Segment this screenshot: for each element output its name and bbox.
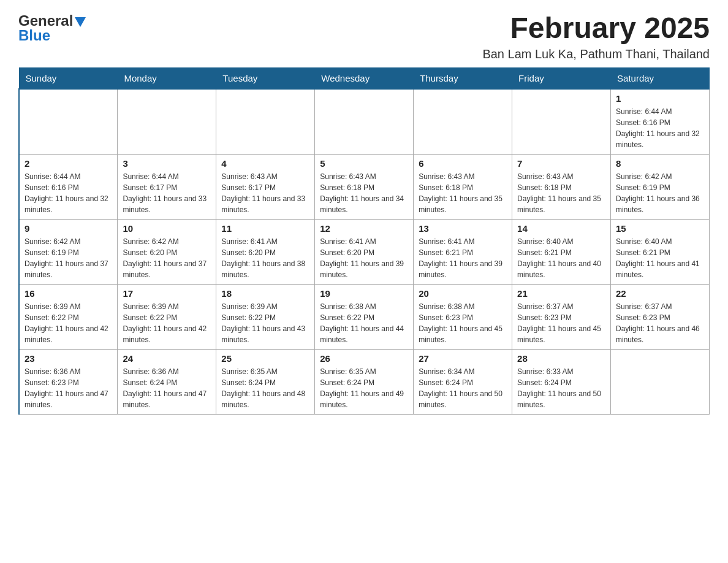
day-info: Sunrise: 6:42 AM Sunset: 6:19 PM Dayligh…: [25, 236, 112, 280]
page-header: General Blue February 2025 Ban Lam Luk K…: [18, 12, 710, 61]
calendar-week-row: 1Sunrise: 6:44 AM Sunset: 6:16 PM Daylig…: [19, 89, 710, 155]
day-info: Sunrise: 6:37 AM Sunset: 6:23 PM Dayligh…: [616, 301, 704, 345]
day-number: 10: [123, 223, 211, 234]
calendar-week-row: 2Sunrise: 6:44 AM Sunset: 6:16 PM Daylig…: [19, 154, 710, 219]
day-info: Sunrise: 6:34 AM Sunset: 6:24 PM Dayligh…: [419, 366, 507, 410]
calendar-table: SundayMondayTuesdayWednesdayThursdayFrid…: [18, 67, 710, 415]
logo-triangle-icon: [75, 17, 86, 27]
calendar-day-cell: 17Sunrise: 6:39 AM Sunset: 6:22 PM Dayli…: [118, 284, 216, 349]
calendar-day-cell: 4Sunrise: 6:43 AM Sunset: 6:17 PM Daylig…: [216, 154, 315, 219]
calendar-day-header: Tuesday: [216, 67, 315, 89]
calendar-day-cell: 1Sunrise: 6:44 AM Sunset: 6:16 PM Daylig…: [611, 89, 710, 155]
day-number: 1: [616, 93, 704, 104]
day-number: 3: [123, 158, 211, 169]
day-info: Sunrise: 6:35 AM Sunset: 6:24 PM Dayligh…: [221, 366, 309, 410]
day-info: Sunrise: 6:40 AM Sunset: 6:21 PM Dayligh…: [616, 236, 704, 280]
logo: General Blue: [18, 12, 86, 44]
day-number: 18: [221, 288, 309, 299]
calendar-week-row: 23Sunrise: 6:36 AM Sunset: 6:23 PM Dayli…: [19, 349, 710, 414]
day-number: 12: [320, 223, 408, 234]
day-info: Sunrise: 6:38 AM Sunset: 6:22 PM Dayligh…: [320, 301, 408, 345]
day-info: Sunrise: 6:43 AM Sunset: 6:18 PM Dayligh…: [517, 171, 605, 215]
calendar-day-cell: 19Sunrise: 6:38 AM Sunset: 6:22 PM Dayli…: [315, 284, 414, 349]
calendar-day-cell: 20Sunrise: 6:38 AM Sunset: 6:23 PM Dayli…: [414, 284, 512, 349]
calendar-day-cell: 11Sunrise: 6:41 AM Sunset: 6:20 PM Dayli…: [216, 219, 315, 284]
calendar-day-cell: 24Sunrise: 6:36 AM Sunset: 6:24 PM Dayli…: [118, 349, 216, 414]
calendar-day-cell: [118, 89, 216, 155]
day-info: Sunrise: 6:43 AM Sunset: 6:17 PM Dayligh…: [221, 171, 309, 215]
day-number: 23: [25, 353, 112, 364]
day-number: 22: [616, 288, 704, 299]
day-number: 21: [517, 288, 605, 299]
calendar-day-cell: 15Sunrise: 6:40 AM Sunset: 6:21 PM Dayli…: [611, 219, 710, 284]
day-number: 6: [419, 158, 507, 169]
day-info: Sunrise: 6:38 AM Sunset: 6:23 PM Dayligh…: [419, 301, 507, 345]
calendar-day-cell: 23Sunrise: 6:36 AM Sunset: 6:23 PM Dayli…: [19, 349, 118, 414]
calendar-week-row: 9Sunrise: 6:42 AM Sunset: 6:19 PM Daylig…: [19, 219, 710, 284]
day-number: 15: [616, 223, 704, 234]
day-number: 28: [517, 353, 605, 364]
day-number: 8: [616, 158, 704, 169]
day-number: 5: [320, 158, 408, 169]
calendar-day-cell: 3Sunrise: 6:44 AM Sunset: 6:17 PM Daylig…: [118, 154, 216, 219]
day-number: 11: [221, 223, 309, 234]
day-info: Sunrise: 6:33 AM Sunset: 6:24 PM Dayligh…: [517, 366, 605, 410]
day-info: Sunrise: 6:44 AM Sunset: 6:16 PM Dayligh…: [25, 171, 112, 215]
calendar-day-header: Saturday: [611, 67, 710, 89]
day-info: Sunrise: 6:35 AM Sunset: 6:24 PM Dayligh…: [320, 366, 408, 410]
calendar-day-cell: 5Sunrise: 6:43 AM Sunset: 6:18 PM Daylig…: [315, 154, 414, 219]
day-number: 14: [517, 223, 605, 234]
day-info: Sunrise: 6:42 AM Sunset: 6:20 PM Dayligh…: [123, 236, 211, 280]
calendar-day-cell: 16Sunrise: 6:39 AM Sunset: 6:22 PM Dayli…: [19, 284, 118, 349]
day-number: 27: [419, 353, 507, 364]
day-info: Sunrise: 6:43 AM Sunset: 6:18 PM Dayligh…: [320, 171, 408, 215]
day-info: Sunrise: 6:36 AM Sunset: 6:23 PM Dayligh…: [25, 366, 112, 410]
day-number: 25: [221, 353, 309, 364]
day-info: Sunrise: 6:44 AM Sunset: 6:17 PM Dayligh…: [123, 171, 211, 215]
calendar-day-cell: 26Sunrise: 6:35 AM Sunset: 6:24 PM Dayli…: [315, 349, 414, 414]
title-block: February 2025 Ban Lam Luk Ka, Pathum Tha…: [482, 12, 710, 61]
calendar-day-cell: 25Sunrise: 6:35 AM Sunset: 6:24 PM Dayli…: [216, 349, 315, 414]
calendar-day-header: Sunday: [19, 67, 118, 89]
calendar-day-header: Thursday: [414, 67, 512, 89]
calendar-day-cell: [611, 349, 710, 414]
calendar-day-header: Friday: [512, 67, 611, 89]
calendar-day-cell: 13Sunrise: 6:41 AM Sunset: 6:21 PM Dayli…: [414, 219, 512, 284]
logo-blue-text: Blue: [18, 27, 50, 44]
day-number: 9: [25, 223, 112, 234]
calendar-day-cell: 14Sunrise: 6:40 AM Sunset: 6:21 PM Dayli…: [512, 219, 611, 284]
day-number: 7: [517, 158, 605, 169]
day-number: 2: [25, 158, 112, 169]
day-info: Sunrise: 6:40 AM Sunset: 6:21 PM Dayligh…: [517, 236, 605, 280]
calendar-day-header: Wednesday: [315, 67, 414, 89]
calendar-day-cell: 7Sunrise: 6:43 AM Sunset: 6:18 PM Daylig…: [512, 154, 611, 219]
day-info: Sunrise: 6:39 AM Sunset: 6:22 PM Dayligh…: [25, 301, 112, 345]
calendar-day-cell: 21Sunrise: 6:37 AM Sunset: 6:23 PM Dayli…: [512, 284, 611, 349]
day-info: Sunrise: 6:41 AM Sunset: 6:21 PM Dayligh…: [419, 236, 507, 280]
calendar-day-header: Monday: [118, 67, 216, 89]
day-number: 20: [419, 288, 507, 299]
calendar-week-row: 16Sunrise: 6:39 AM Sunset: 6:22 PM Dayli…: [19, 284, 710, 349]
calendar-header-row: SundayMondayTuesdayWednesdayThursdayFrid…: [19, 67, 710, 89]
calendar-day-cell: 28Sunrise: 6:33 AM Sunset: 6:24 PM Dayli…: [512, 349, 611, 414]
day-info: Sunrise: 6:41 AM Sunset: 6:20 PM Dayligh…: [320, 236, 408, 280]
calendar-day-cell: [414, 89, 512, 155]
day-number: 16: [25, 288, 112, 299]
location-subtitle: Ban Lam Luk Ka, Pathum Thani, Thailand: [482, 47, 710, 61]
day-info: Sunrise: 6:44 AM Sunset: 6:16 PM Dayligh…: [616, 106, 704, 150]
day-info: Sunrise: 6:36 AM Sunset: 6:24 PM Dayligh…: [123, 366, 211, 410]
calendar-day-cell: 2Sunrise: 6:44 AM Sunset: 6:16 PM Daylig…: [19, 154, 118, 219]
calendar-day-cell: 22Sunrise: 6:37 AM Sunset: 6:23 PM Dayli…: [611, 284, 710, 349]
day-number: 17: [123, 288, 211, 299]
day-number: 19: [320, 288, 408, 299]
calendar-day-cell: [315, 89, 414, 155]
calendar-day-cell: [216, 89, 315, 155]
month-title: February 2025: [482, 12, 710, 45]
calendar-day-cell: 12Sunrise: 6:41 AM Sunset: 6:20 PM Dayli…: [315, 219, 414, 284]
day-info: Sunrise: 6:42 AM Sunset: 6:19 PM Dayligh…: [616, 171, 704, 215]
calendar-day-cell: 8Sunrise: 6:42 AM Sunset: 6:19 PM Daylig…: [611, 154, 710, 219]
calendar-day-cell: [512, 89, 611, 155]
day-info: Sunrise: 6:39 AM Sunset: 6:22 PM Dayligh…: [221, 301, 309, 345]
day-info: Sunrise: 6:37 AM Sunset: 6:23 PM Dayligh…: [517, 301, 605, 345]
day-info: Sunrise: 6:43 AM Sunset: 6:18 PM Dayligh…: [419, 171, 507, 215]
